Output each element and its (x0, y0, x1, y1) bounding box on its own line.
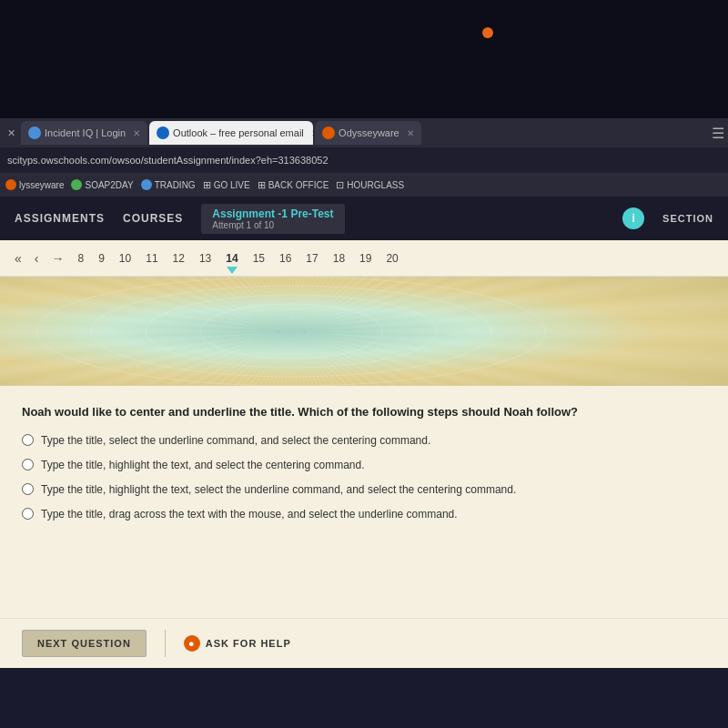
radio-3[interactable] (22, 483, 34, 495)
answer-option-2[interactable]: Type the title, highlight the text, and … (22, 458, 706, 473)
answer-text-1: Type the title, select the underline com… (41, 433, 430, 449)
bookmark-icon-hourglass: ⊡ (336, 179, 344, 191)
nav-assignments[interactable]: ASSIGNMENTS (15, 212, 105, 225)
page-12[interactable]: 12 (168, 250, 189, 267)
bookmark-icon-backoffice: ⊞ (258, 179, 266, 191)
bookmark-icon-golive: ⊞ (203, 179, 211, 191)
radio-1[interactable] (22, 434, 34, 446)
address-bar[interactable]: scityps.owschools.com/owsoo/studentAssig… (0, 147, 728, 173)
radio-2[interactable] (22, 459, 34, 470)
tab-close-odysseyware[interactable]: ✕ (407, 128, 414, 138)
bookmark-label-backoffice: BACK OFFICE (268, 180, 329, 190)
page-13[interactable]: 13 (195, 250, 216, 267)
assignment-info: Assignment -1 Pre-Test Attempt 1 of 10 (201, 204, 344, 234)
tab-incident[interactable]: Incident IQ | Login ✕ (21, 121, 147, 145)
assignment-title: Assignment -1 Pre-Test (212, 207, 333, 220)
svg-point-3 (200, 304, 382, 359)
bookmark-golive[interactable]: ⊞ GO LIVE (203, 179, 250, 191)
tab-bar: ✕ Incident IQ | Login ✕ Outlook – free p… (0, 118, 728, 147)
current-page-indicator (227, 267, 238, 274)
page-14-current[interactable]: 14 (221, 250, 242, 267)
bookmark-backoffice[interactable]: ⊞ BACK OFFICE (258, 179, 329, 191)
page-20[interactable]: 20 (381, 250, 402, 267)
main-content: ASSIGNMENTS COURSES Assignment -1 Pre-Te… (0, 197, 728, 668)
bottom-action-bar: NEXT QUESTION ● ASK FOR HELP (0, 618, 728, 668)
svg-point-1 (91, 286, 491, 377)
nav-section: SECTION (662, 213, 713, 224)
bookmark-label-golive: GO LIVE (214, 180, 250, 190)
tab-label-incident: Incident IQ | Login (45, 127, 126, 138)
notification-dot (482, 27, 493, 38)
content-filler (0, 545, 728, 618)
tab-label-outlook: Outlook – free personal email (173, 127, 304, 138)
nav-courses[interactable]: COURSES (123, 212, 183, 225)
pagination-arrow: → (47, 249, 67, 268)
ask-help-icon: ● (184, 635, 200, 652)
bookmark-icon-soap2day (71, 179, 82, 190)
svg-point-0 (36, 277, 546, 386)
pagination-prev-btn[interactable]: ‹ (31, 249, 43, 268)
pagination-first-btn[interactable]: « (11, 249, 25, 268)
answer-text-3: Type the title, highlight the text, sele… (41, 482, 516, 498)
page-15[interactable]: 15 (248, 250, 269, 267)
ask-for-help-button[interactable]: ● ASK FOR HELP (184, 635, 291, 652)
bookmark-label-odysseyware: lysseyware (19, 180, 64, 190)
ask-help-label: ASK FOR HELP (206, 638, 291, 649)
swirl-svg (0, 277, 728, 386)
page-11[interactable]: 11 (141, 250, 162, 267)
tab-icon-incident (28, 126, 41, 139)
tab-close-outlook[interactable]: ✕ (311, 128, 313, 138)
tab-icon-odysseyware (322, 126, 335, 139)
page-10[interactable]: 10 (115, 250, 136, 267)
swirl-background (0, 277, 728, 386)
page-17[interactable]: 17 (301, 250, 322, 267)
bookmark-trading[interactable]: TRADING (141, 179, 196, 190)
answer-text-4: Type the title, drag across the text wit… (41, 507, 458, 522)
page-16[interactable]: 16 (275, 250, 296, 267)
dark-desktop-area (0, 0, 728, 118)
info-button[interactable]: i (622, 207, 644, 229)
bookmark-label-trading: TRADING (155, 180, 196, 190)
bookmark-soap2day[interactable]: SOAP2DAY (71, 179, 133, 190)
url-text: scityps.owschools.com/owsoo/studentAssig… (7, 155, 329, 166)
bookmark-odysseyware[interactable]: lysseyware (5, 179, 64, 190)
bookmark-label-soap2day: SOAP2DAY (85, 180, 133, 190)
tab-odysseyware[interactable]: Odysseyware ✕ (315, 121, 421, 145)
page-9[interactable]: 9 (94, 250, 109, 267)
bookmark-icon-odysseyware (5, 179, 16, 190)
bottom-bar-divider (165, 630, 166, 657)
pagination-bar: « ‹ → 8 9 10 11 12 13 14 15 16 17 18 19 … (0, 240, 728, 277)
info-icon: i (632, 212, 634, 225)
tab-outlook[interactable]: Outlook – free personal email ✕ (149, 121, 313, 145)
page-8[interactable]: 8 (73, 250, 88, 267)
question-area: Noah would like to center and underline … (0, 386, 728, 545)
tab-icon-outlook (157, 126, 169, 139)
answer-option-4[interactable]: Type the title, drag across the text wit… (22, 507, 706, 522)
answer-text-2: Type the title, highlight the text, and … (41, 458, 365, 473)
tab-close-incident[interactable]: ✕ (133, 128, 140, 138)
question-text: Noah would like to center and underline … (22, 404, 706, 420)
window-close-btn[interactable]: ✕ (4, 127, 19, 139)
bookmarks-bar: lysseyware SOAP2DAY TRADING ⊞ GO LIVE ⊞ … (0, 173, 728, 197)
page-18[interactable]: 18 (329, 250, 349, 267)
bookmark-icon-trading (141, 179, 152, 190)
svg-point-2 (146, 295, 437, 368)
assignment-attempt: Attempt 1 of 10 (212, 220, 333, 230)
answer-option-3[interactable]: Type the title, highlight the text, sele… (22, 482, 706, 498)
bookmark-hourglass[interactable]: ⊡ HOURGLASS (336, 179, 404, 191)
bookmark-label-hourglass: HOURGLASS (347, 180, 404, 190)
next-question-button[interactable]: NEXT QUESTION (22, 630, 147, 657)
browser-menu-icon[interactable]: ☰ (712, 125, 724, 142)
radio-4[interactable] (22, 508, 34, 520)
tab-label-odysseyware: Odysseyware (339, 127, 399, 138)
app-nav-bar: ASSIGNMENTS COURSES Assignment -1 Pre-Te… (0, 197, 728, 240)
browser-chrome: ✕ Incident IQ | Login ✕ Outlook – free p… (0, 118, 728, 197)
answer-option-1[interactable]: Type the title, select the underline com… (22, 433, 706, 449)
page-19[interactable]: 19 (355, 250, 376, 267)
